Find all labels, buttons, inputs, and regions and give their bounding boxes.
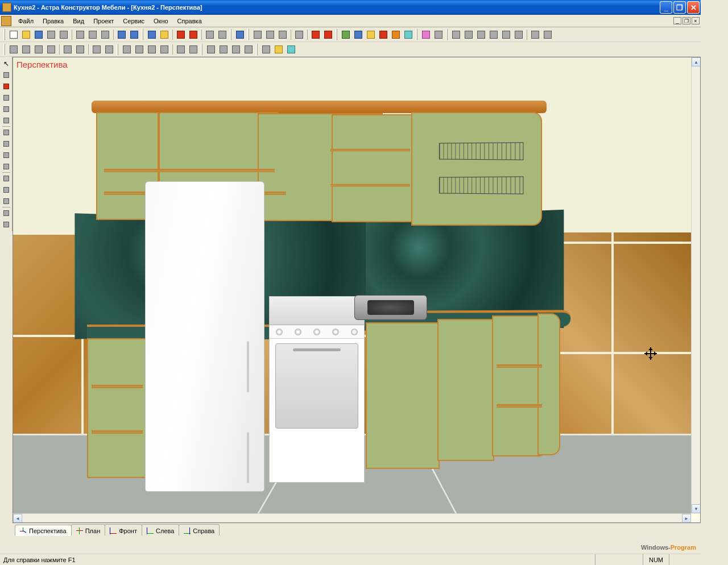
- vertical-scrollbar[interactable]: ▲ ▼: [691, 57, 700, 513]
- cube-yellow-button[interactable]: [365, 29, 377, 40]
- cube-green-button[interactable]: [340, 29, 351, 40]
- solid4-button[interactable]: [243, 44, 254, 55]
- tab-perspective[interactable]: Перспектива: [15, 525, 72, 536]
- mdi-close-button[interactable]: ×: [692, 17, 700, 24]
- rect-tool[interactable]: [1, 81, 11, 92]
- paste-button[interactable]: [100, 29, 111, 40]
- new-button[interactable]: [8, 29, 19, 40]
- view5-button[interactable]: [500, 29, 512, 40]
- horizontal-scrollbar[interactable]: ◄ ►: [13, 513, 691, 522]
- panel7-button[interactable]: [91, 44, 102, 55]
- scroll-left-button[interactable]: ◄: [13, 514, 22, 523]
- view3-button[interactable]: [475, 29, 487, 40]
- poly-tool[interactable]: [1, 93, 11, 103]
- tab-left[interactable]: Слева: [142, 524, 179, 535]
- tool14[interactable]: [1, 208, 11, 218]
- render1-button[interactable]: [260, 44, 272, 55]
- cube-red-button[interactable]: [378, 29, 389, 40]
- print-button[interactable]: [46, 29, 57, 40]
- zoom-out-button[interactable]: [264, 29, 276, 40]
- menu-project[interactable]: Проект: [89, 16, 118, 26]
- undo-button[interactable]: [116, 29, 127, 40]
- extents-button[interactable]: [310, 29, 321, 40]
- pan-button[interactable]: [293, 29, 305, 40]
- dim3-button[interactable]: [146, 44, 158, 55]
- dim2-button[interactable]: [134, 44, 145, 55]
- solid3-button[interactable]: [230, 44, 242, 55]
- menu-service[interactable]: Сервис: [118, 16, 149, 26]
- scene-3d[interactable]: [13, 57, 691, 513]
- dim1-button[interactable]: [121, 44, 133, 55]
- tool7[interactable]: [1, 127, 11, 138]
- toolbar-grip[interactable]: [117, 44, 118, 55]
- panel1-button[interactable]: [8, 44, 19, 55]
- line-tool[interactable]: [1, 70, 11, 80]
- menu-view[interactable]: Вид: [68, 16, 89, 26]
- cube-cyan-button[interactable]: [403, 29, 414, 40]
- tool8[interactable]: [1, 139, 11, 149]
- cut-button[interactable]: [75, 29, 86, 40]
- toolbar-grip[interactable]: [446, 29, 448, 40]
- toolbar-grip[interactable]: [336, 29, 337, 40]
- tool15[interactable]: [1, 219, 11, 230]
- info-button[interactable]: [234, 29, 246, 40]
- view6-button[interactable]: [513, 29, 524, 40]
- copy-button[interactable]: [87, 29, 98, 40]
- calc-button[interactable]: [217, 29, 228, 40]
- axes-button[interactable]: [433, 29, 444, 40]
- tool6[interactable]: [1, 115, 11, 126]
- panel8-button[interactable]: [104, 44, 115, 55]
- arrow-tool[interactable]: ↖: [1, 59, 11, 69]
- toolbar-grip[interactable]: [247, 29, 249, 40]
- tab-front[interactable]: Фронт: [105, 524, 142, 535]
- toolbar-grip[interactable]: [256, 44, 258, 55]
- dims-button[interactable]: [420, 29, 432, 40]
- cube-orange-button[interactable]: [390, 29, 402, 40]
- render2-button[interactable]: [273, 44, 284, 55]
- box-button[interactable]: [159, 29, 170, 40]
- zoom-window-button[interactable]: [277, 29, 288, 40]
- snap-button[interactable]: [188, 29, 199, 40]
- target-button[interactable]: [322, 29, 334, 40]
- split2-button[interactable]: [542, 29, 553, 40]
- zoom-in-button[interactable]: [252, 29, 263, 40]
- panel6-button[interactable]: [75, 44, 86, 55]
- view1-button[interactable]: [450, 29, 462, 40]
- select-button[interactable]: [146, 29, 158, 40]
- curve-tool[interactable]: [1, 104, 11, 114]
- split1-button[interactable]: [530, 29, 541, 40]
- tool9[interactable]: [1, 150, 11, 160]
- solid2-button[interactable]: [218, 44, 229, 55]
- scroll-right-button[interactable]: ►: [682, 514, 691, 523]
- tool12[interactable]: [1, 185, 11, 195]
- toolbar-grip[interactable]: [201, 44, 202, 55]
- panel4-button[interactable]: [46, 44, 57, 55]
- menu-file[interactable]: Файл: [14, 16, 38, 26]
- dim4-button[interactable]: [159, 44, 170, 55]
- mdi-restore-button[interactable]: ❐: [682, 17, 690, 24]
- viewport[interactable]: Перспектива ▲ ▼ ◄ ►: [13, 57, 701, 523]
- toolbar-grip[interactable]: [142, 29, 143, 40]
- close-button[interactable]: ✕: [687, 1, 700, 14]
- tree-button[interactable]: [204, 29, 216, 40]
- tab-right[interactable]: Справа: [179, 524, 220, 535]
- cube-blue-button[interactable]: [353, 29, 364, 40]
- tool10[interactable]: [1, 161, 11, 172]
- scroll-down-button[interactable]: ▼: [692, 504, 701, 513]
- tool13[interactable]: [1, 196, 11, 206]
- tab-plan[interactable]: План: [71, 524, 106, 535]
- toolbar-grip[interactable]: [3, 29, 5, 40]
- panel3-button[interactable]: [33, 44, 44, 55]
- dim6-button[interactable]: [188, 44, 199, 55]
- open-button[interactable]: [20, 29, 32, 40]
- view4-button[interactable]: [488, 29, 499, 40]
- toolbar-grip[interactable]: [3, 44, 5, 55]
- toolbar-grip[interactable]: [230, 29, 231, 40]
- menu-help[interactable]: Справка: [173, 16, 206, 26]
- mdi-minimize-button[interactable]: _: [673, 17, 681, 24]
- maximize-button[interactable]: ❐: [673, 1, 686, 14]
- minimize-button[interactable]: _: [660, 1, 672, 14]
- view2-button[interactable]: [463, 29, 474, 40]
- guide-button[interactable]: [175, 29, 187, 40]
- render3-button[interactable]: [286, 44, 297, 55]
